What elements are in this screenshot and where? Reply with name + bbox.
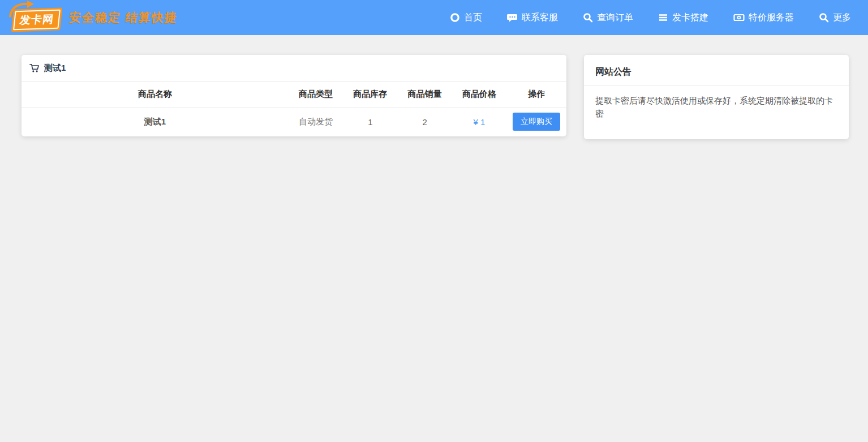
announcement-card: 网站公告 提取卡密后请尽快激活使用或保存好，系统定期清除被提取的卡密 bbox=[584, 55, 849, 139]
col-header-product-type: 商品类型 bbox=[289, 81, 343, 107]
product-table: 商品名称 商品类型 商品库存 商品销量 商品价格 操作 测试1 自动发货 1 2 bbox=[22, 81, 566, 136]
list-icon bbox=[658, 12, 668, 23]
action-cell: 立即购买 bbox=[506, 107, 566, 136]
table-row: 测试1 自动发货 1 2 ¥ 1 立即购买 bbox=[22, 107, 566, 136]
nav-label: 特价服务器 bbox=[749, 12, 794, 24]
nav-item-order-lookup[interactable]: 查询订单 bbox=[583, 12, 633, 24]
search-icon bbox=[583, 12, 593, 23]
nav-label: 更多 bbox=[833, 12, 851, 24]
cart-icon bbox=[29, 63, 40, 73]
nav-item-card-site-builder[interactable]: 发卡搭建 bbox=[658, 12, 708, 24]
col-header-product-price: 商品价格 bbox=[452, 81, 506, 107]
product-price-cell: ¥ 1 bbox=[452, 107, 506, 136]
nav-label: 发卡搭建 bbox=[672, 12, 708, 24]
col-header-product-name: 商品名称 bbox=[22, 81, 289, 107]
product-name-cell: 测试1 bbox=[22, 107, 289, 136]
announcement-title: 网站公告 bbox=[584, 55, 849, 86]
logo-tagline: 安全稳定 结算快捷 bbox=[68, 10, 179, 25]
search-icon bbox=[819, 12, 829, 23]
logo-badge: 发卡网 bbox=[7, 3, 66, 32]
col-header-product-sales: 商品销量 bbox=[397, 81, 452, 107]
nav-item-contact-support[interactable]: 联系客服 bbox=[507, 12, 558, 24]
main-nav: 首页 联系客服 查询订单 发卡搭建 bbox=[425, 12, 851, 24]
main-column: 测试1 商品名称 商品类型 商品库存 商品销量 商品价格 操作 bbox=[22, 55, 566, 139]
col-header-product-stock: 商品库存 bbox=[343, 81, 397, 107]
logo-text: 发卡网 bbox=[19, 12, 54, 28]
nav-item-discount-servers[interactable]: 特价服务器 bbox=[733, 12, 794, 24]
buy-now-button[interactable]: 立即购买 bbox=[513, 113, 560, 131]
sidebar-column: 网站公告 提取卡密后请尽快激活使用或保存好，系统定期清除被提取的卡密 bbox=[584, 55, 849, 139]
product-stock-cell: 1 bbox=[343, 107, 397, 136]
money-icon bbox=[733, 12, 745, 23]
announcement-text: 提取卡密后请尽快激活使用或保存好，系统定期清除被提取的卡密 bbox=[584, 86, 849, 139]
nav-item-more[interactable]: 更多 bbox=[819, 12, 851, 24]
product-group-title: 测试1 bbox=[44, 63, 66, 74]
nav-item-home[interactable]: 首页 bbox=[450, 12, 482, 24]
comment-icon bbox=[507, 12, 518, 23]
nav-label: 首页 bbox=[464, 12, 482, 24]
circle-icon bbox=[450, 12, 460, 23]
top-navbar: 发卡网 安全稳定 结算快捷 首页 联系客服 bbox=[0, 0, 868, 35]
product-sales-cell: 2 bbox=[397, 107, 452, 136]
product-card-header: 测试1 bbox=[22, 55, 566, 81]
product-type-cell: 自动发货 bbox=[289, 107, 343, 136]
nav-label: 查询订单 bbox=[597, 12, 633, 24]
product-card: 测试1 商品名称 商品类型 商品库存 商品销量 商品价格 操作 bbox=[22, 55, 566, 136]
nav-label: 联系客服 bbox=[522, 12, 558, 24]
page-content: 测试1 商品名称 商品类型 商品库存 商品销量 商品价格 操作 bbox=[22, 55, 849, 139]
site-logo[interactable]: 发卡网 安全稳定 结算快捷 bbox=[7, 3, 178, 32]
col-header-action: 操作 bbox=[506, 81, 566, 107]
table-header-row: 商品名称 商品类型 商品库存 商品销量 商品价格 操作 bbox=[22, 81, 566, 107]
